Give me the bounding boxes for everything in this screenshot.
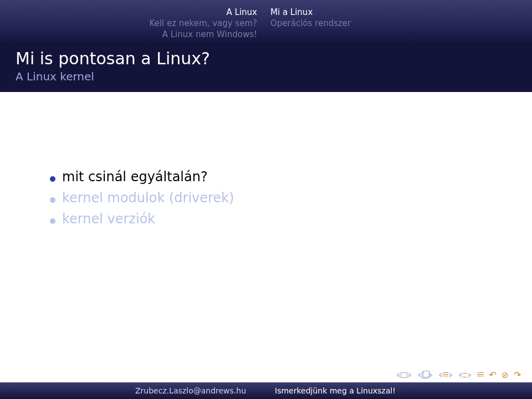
next-frame-icon[interactable] — [429, 372, 433, 378]
header-nav-sections: A Linux Kell ez nekem, vagy sem? A Linux… — [0, 7, 266, 40]
frame-title: Mi is pontosan a Linux? — [16, 49, 516, 69]
bullet-icon — [50, 218, 55, 224]
list-item: kernel verziók — [50, 208, 234, 229]
nav-subsection-group — [438, 372, 453, 378]
search-icon[interactable]: ⊘ — [502, 370, 509, 380]
footer-author: Zrubecz.Laszlo@andrews.hu — [135, 386, 246, 395]
section-icon — [463, 373, 467, 377]
slide: A Linux Kell ez nekem, vagy sem? A Linux… — [0, 0, 532, 399]
nav-slide-group — [396, 372, 412, 378]
slide-icon — [401, 372, 407, 378]
bullet-icon — [50, 176, 55, 182]
nav-section-dim[interactable]: Kell ez nekem, vagy sem? — [0, 18, 257, 29]
footer-title: Ismerkedjünk meg a Linuxszal! — [275, 386, 396, 395]
bullet-icon — [50, 197, 55, 203]
list-item-text: kernel modulok (driverek) — [62, 187, 234, 208]
header-nav: A Linux Kell ez nekem, vagy sem? A Linux… — [0, 7, 532, 40]
nav-section-group — [458, 372, 472, 378]
go-back-icon[interactable]: ↶ — [489, 370, 496, 380]
footer: Zrubecz.Laszlo@andrews.hu Ismerkedjünk m… — [0, 382, 532, 399]
navigation-icons: ↶ ⊘ ↶ — [396, 370, 521, 380]
list-item: mit csinál egyáltalán? — [50, 166, 234, 187]
nav-section-dim[interactable]: A Linux nem Windows! — [0, 29, 257, 40]
subsection-icon — [443, 372, 448, 377]
prev-subsection-icon[interactable] — [438, 372, 442, 378]
frame-subtitle: A Linux kernel — [16, 70, 516, 83]
list-item-text: kernel verziók — [62, 208, 155, 229]
body-content: mit csinál egyáltalán? kernel modulok (d… — [50, 166, 234, 229]
next-slide-icon[interactable] — [408, 372, 412, 378]
prev-frame-icon[interactable] — [417, 372, 421, 378]
nav-subsection-active[interactable]: Mi a Linux — [270, 7, 532, 18]
prev-section-icon[interactable] — [458, 372, 462, 378]
list-item-text: mit csinál egyáltalán? — [62, 166, 208, 187]
nav-frame-group — [417, 372, 433, 378]
frame-icon — [422, 372, 428, 378]
list-item: kernel modulok (driverek) — [50, 187, 234, 208]
redo-icon[interactable]: ↶ — [514, 370, 521, 380]
header-nav-subsections: Mi a Linux Operációs rendszer — [266, 7, 532, 40]
nav-subsection-dim[interactable]: Operációs rendszer — [270, 18, 532, 29]
prev-slide-icon[interactable] — [396, 372, 400, 378]
nav-section-active[interactable]: A Linux — [0, 7, 257, 18]
outline-icon[interactable] — [477, 372, 484, 377]
next-subsection-icon[interactable] — [449, 372, 453, 378]
next-section-icon[interactable] — [468, 372, 472, 378]
title-block: Mi is pontosan a Linux? A Linux kernel — [0, 43, 532, 92]
